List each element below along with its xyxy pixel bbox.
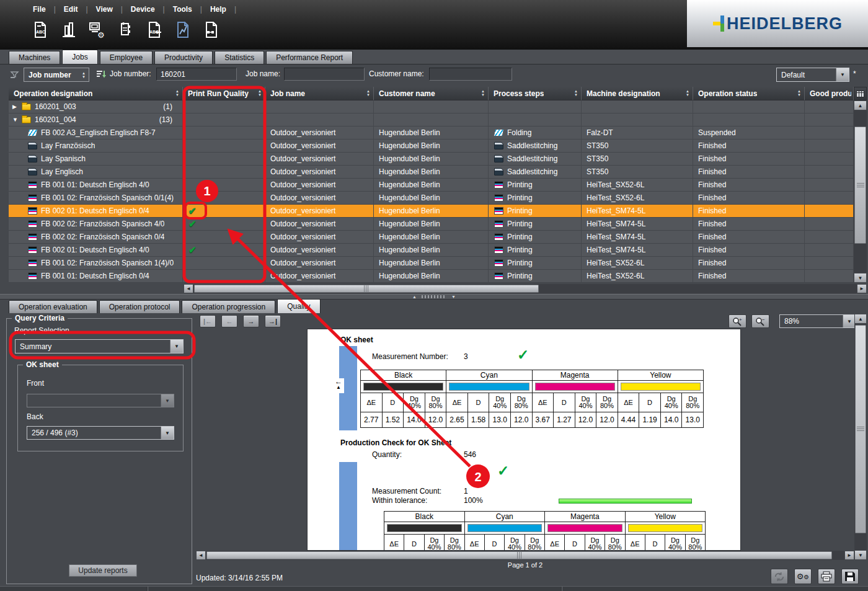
menu-device[interactable]: Device (123, 5, 163, 14)
expander-icon[interactable]: ▶ (12, 104, 21, 110)
column-header-job-name[interactable]: Job name▲▼ (265, 87, 374, 100)
tab-machines[interactable]: Machines (9, 51, 60, 64)
column-header-print-run-quality[interactable]: Print Run Quality▲▼ (183, 87, 265, 100)
dropdown-arrow-icon[interactable]: ▼ (170, 340, 183, 353)
sort-arrows-icon[interactable]: ▲▼ (175, 90, 180, 97)
job-number-input[interactable] (156, 68, 237, 81)
scroll-thumb[interactable] (855, 325, 866, 533)
report-settings-button[interactable]: ⚙⚙ (794, 569, 812, 584)
sort-arrows-icon[interactable]: ▲▼ (258, 90, 263, 97)
menu-help[interactable]: Help (202, 5, 234, 14)
filter-collapse-icon[interactable] (10, 70, 20, 81)
report-abc-icon[interactable]: ABC (30, 19, 51, 41)
table-row[interactable]: FB 002 02: Französisch Spanisch 4/0✔Outd… (9, 218, 854, 231)
spinner-arrows-icon[interactable]: ▲▼ (82, 71, 86, 79)
scroll-track[interactable] (193, 284, 857, 293)
menu-edit[interactable]: Edit (56, 5, 86, 14)
tab-quality[interactable]: Quality (277, 299, 320, 313)
expander-icon[interactable]: ▼ (12, 117, 21, 123)
splitter-up-icon[interactable]: ▲ (412, 295, 417, 299)
column-header-operation-status[interactable]: Operation status▲▼ (693, 87, 805, 100)
preview-vertical-scrollbar[interactable]: ▲ ▼ (854, 314, 867, 560)
sort-order-icon[interactable] (95, 69, 107, 82)
column-chooser-button[interactable] (854, 87, 867, 100)
sort-arrows-icon[interactable]: ▲▼ (797, 90, 802, 97)
table-row[interactable]: Lay EnglischOutdoor_versioniertHugendube… (9, 166, 854, 179)
tab-employee[interactable]: Employee (100, 51, 153, 64)
dropdown-arrow-icon[interactable]: ▼ (843, 315, 856, 327)
scroll-left-button[interactable]: ◄ (184, 284, 193, 293)
sort-arrows-icon[interactable]: ▲▼ (574, 90, 579, 97)
menu-tools[interactable]: Tools (165, 5, 200, 14)
report-process-icon[interactable] (201, 19, 222, 41)
sort-arrows-icon[interactable]: ▲▼ (366, 90, 371, 97)
nav-next-button[interactable]: → (243, 315, 259, 327)
scroll-track[interactable] (206, 551, 844, 560)
sort-field-selector[interactable]: Job number ▲▼ (24, 68, 89, 82)
dropdown-arrow-icon[interactable]: ▼ (836, 68, 849, 81)
scroll-right-button[interactable]: ► (844, 551, 854, 560)
save-button[interactable] (841, 569, 859, 584)
scroll-up-button[interactable]: ▲ (854, 100, 867, 110)
report-chart-icon[interactable] (172, 19, 193, 41)
customer-name-input[interactable] (429, 68, 512, 81)
table-row[interactable]: ▼160201_004(13) (9, 113, 854, 127)
scroll-thumb[interactable] (194, 285, 539, 293)
scroll-thumb[interactable] (854, 127, 866, 244)
report-selection-dropdown[interactable]: Summary ▼ (15, 339, 184, 353)
table-vertical-scrollbar[interactable]: ▲ ▼ (854, 87, 867, 283)
splitter-down-icon[interactable]: ▼ (451, 295, 456, 299)
zoom-level-dropdown[interactable]: 88% ▼ (779, 314, 856, 328)
table-row[interactable]: FB 001 01: Deutsch Englisch 0/4Outdoor_v… (9, 270, 854, 283)
tab-productivity[interactable]: Productivity (154, 51, 213, 64)
table-row[interactable]: Lay SpanischOutdoor_versioniertHugendube… (9, 153, 854, 166)
splitter-grip[interactable] (422, 295, 446, 298)
table-horizontal-scrollbar[interactable]: ◄ ► (184, 284, 867, 293)
zoom-in-button[interactable]: + (728, 314, 746, 328)
nav-last-button[interactable]: →| (265, 315, 281, 327)
computer-settings-icon[interactable]: ⚙ (87, 19, 108, 41)
scroll-track[interactable] (854, 324, 867, 550)
device-settings-icon[interactable] (115, 19, 136, 41)
tab-jobs[interactable]: Jobs (62, 50, 97, 64)
table-row[interactable]: FB 002 02: Französisch Spanisch 0/4Outdo… (9, 231, 854, 244)
splitter-handle[interactable]: ▲ ▼ (0, 294, 868, 300)
update-reports-button[interactable]: Update reports (69, 564, 137, 577)
nav-previous-button[interactable]: ← (221, 315, 237, 327)
dropdown-arrow-icon[interactable]: ▼ (161, 394, 174, 407)
front-sheet-dropdown[interactable]: ▼ (27, 394, 174, 407)
preview-horizontal-scrollbar[interactable]: ◄ ► (196, 551, 854, 560)
column-header-machine-designation[interactable]: Machine designation▲▼ (582, 87, 693, 100)
table-row[interactable]: ▶160201_003(1) (9, 100, 854, 113)
sort-arrows-icon[interactable]: ▲▼ (481, 90, 486, 97)
scroll-thumb[interactable] (206, 551, 832, 559)
column-header-operation-designation[interactable]: Operation designation▲▼ (9, 87, 183, 100)
tab-performance-report[interactable]: Performance Report (266, 51, 353, 64)
job-name-input[interactable] (284, 68, 365, 81)
print-button[interactable] (818, 569, 835, 584)
scroll-down-button[interactable]: ▼ (854, 550, 867, 560)
column-header-customer-name[interactable]: Customer name▲▼ (374, 87, 489, 100)
menu-view[interactable]: View (88, 5, 121, 14)
report-import-icon[interactable]: ABC (144, 19, 165, 41)
table-row[interactable]: FB 002 A3_Englisch Englisch F8-7Outdoor_… (9, 127, 854, 140)
table-row[interactable]: FB 002 01: Deutsch Englisch 0/4✔Outdoor_… (9, 205, 854, 218)
scroll-track[interactable] (854, 110, 867, 273)
menu-file[interactable]: File (25, 5, 54, 14)
tab-operation-evaluation[interactable]: Operation evaluation (9, 300, 97, 313)
table-row[interactable]: FB 001 01: Deutsch Englisch 4/0Outdoor_v… (9, 179, 854, 192)
scroll-down-button[interactable]: ▼ (854, 273, 867, 283)
back-sheet-dropdown[interactable]: 256 / 496 (#3) ▼ (27, 426, 174, 440)
column-header-process-steps[interactable]: Process steps▲▼ (489, 87, 582, 100)
refresh-button[interactable] (771, 569, 788, 584)
tab-statistics[interactable]: Statistics (215, 51, 264, 64)
dropdown-arrow-icon[interactable]: ▼ (161, 427, 174, 439)
scroll-left-button[interactable]: ◄ (196, 551, 206, 560)
nav-first-button[interactable]: |← (200, 315, 216, 327)
tab-operation-protocol[interactable]: Operation protocol (99, 300, 180, 313)
table-row[interactable]: Lay FranzösischOutdoor_versioniertHugend… (9, 140, 854, 153)
table-row[interactable]: FB 001 02: Französisch Spanisch 0/1(4)Ou… (9, 192, 854, 205)
scroll-up-button[interactable]: ▲ (854, 314, 867, 324)
zoom-out-button[interactable]: − (751, 314, 769, 328)
tab-operation-progression[interactable]: Operation progression (182, 300, 275, 313)
